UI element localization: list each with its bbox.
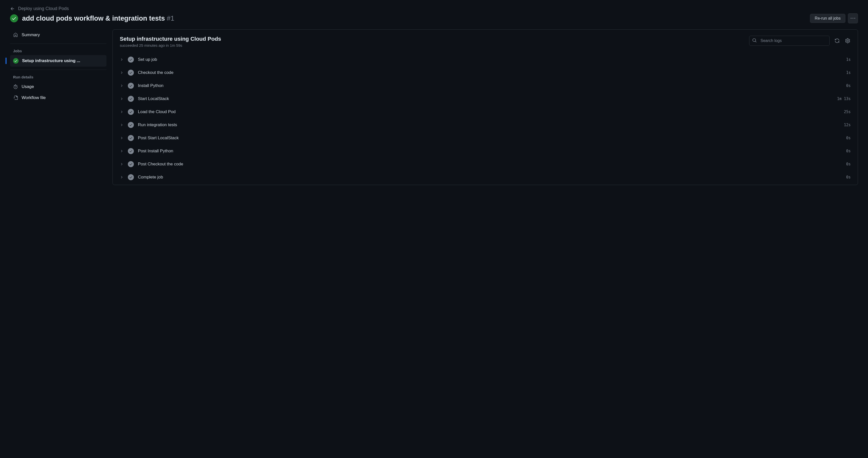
search-icon [752,38,757,44]
job-title: Setup infrastructure using Cloud Pods [120,36,744,42]
more-actions-button[interactable] [848,13,858,23]
step-row[interactable]: Post Start LocalStack 0s [113,132,858,145]
chevron-right-icon [120,175,124,179]
sidebar: Summary Jobs Setup infrastructure using … [10,29,106,185]
step-status-success-icon [128,161,134,167]
chevron-right-icon [120,97,124,101]
sidebar-usage[interactable]: Usage [10,81,106,92]
step-row[interactable]: Load the Cloud Pod 25s [113,105,858,118]
page-title: add cloud pods workflow & integration te… [22,15,174,22]
step-name: Install Python [138,83,842,88]
step-name: Checkout the code [138,70,842,75]
step-duration: 1s [846,57,851,62]
steps-list: Set up job 1s Checkout the code 1s Insta… [113,52,858,185]
step-duration: 1s [846,70,851,75]
sidebar-workflow-file-label: Workflow file [22,95,46,100]
sidebar-summary-label: Summary [22,32,40,37]
step-status-success-icon [128,109,134,115]
refresh-button[interactable] [834,38,840,44]
home-icon [13,32,18,37]
step-name: Post Install Python [138,148,842,153]
step-row[interactable]: Post Checkout the code 0s [113,158,858,171]
step-status-success-icon [128,96,134,102]
step-duration: 12s [844,123,851,127]
step-name: Set up job [138,57,842,62]
breadcrumb[interactable]: Deploy using Cloud Pods [18,6,69,11]
step-name: Load the Cloud Pod [138,109,840,114]
sidebar-run-details-label: Run details [10,73,106,81]
step-duration: 0s [846,136,851,140]
run-title: add cloud pods workflow & integration te… [22,15,165,22]
chevron-right-icon [120,110,124,114]
job-status-success-icon [13,58,19,64]
step-row[interactable]: Complete job 0s [113,171,858,184]
step-name: Run integration tests [138,122,840,127]
chevron-right-icon [120,58,124,61]
step-row[interactable]: Run integration tests 12s [113,118,858,132]
chevron-right-icon [120,71,124,75]
step-status-success-icon [128,57,134,63]
search-logs-input[interactable] [749,36,830,46]
settings-button[interactable] [845,38,851,44]
step-row[interactable]: Start LocalStack 1m 13s [113,92,858,105]
step-status-success-icon [128,135,134,141]
step-duration: 0s [846,162,851,166]
step-name: Start LocalStack [138,96,833,101]
run-number: #1 [167,15,174,22]
chevron-right-icon [120,136,124,140]
chevron-right-icon [120,162,124,166]
sidebar-summary[interactable]: Summary [10,29,106,40]
chevron-right-icon [120,149,124,153]
sidebar-jobs-label: Jobs [10,47,106,55]
step-row[interactable]: Install Python 0s [113,79,858,92]
step-duration: 0s [846,175,851,179]
step-row[interactable]: Checkout the code 1s [113,66,858,79]
chevron-right-icon [120,123,124,127]
step-row[interactable]: Post Install Python 0s [113,145,858,158]
step-status-success-icon [128,69,134,76]
step-name: Complete job [138,175,842,180]
workflow-file-icon [13,95,18,100]
step-status-success-icon [128,148,134,154]
back-arrow-icon[interactable] [10,6,15,11]
job-subtitle: succeeded 25 minutes ago in 1m 59s [120,43,744,48]
rerun-all-jobs-button[interactable]: Re-run all jobs [810,14,845,23]
step-status-success-icon [128,83,134,89]
step-duration: 25s [844,110,851,114]
step-duration: 0s [846,83,851,88]
log-panel: Setup infrastructure using Cloud Pods su… [113,29,858,185]
stopwatch-icon [13,84,18,89]
sidebar-workflow-file[interactable]: Workflow file [10,92,106,103]
chevron-right-icon [120,84,124,87]
run-status-success-icon [10,14,18,22]
step-status-success-icon [128,174,134,180]
step-duration: 0s [846,149,851,153]
step-name: Post Checkout the code [138,162,842,167]
step-duration: 1m 13s [837,96,851,101]
sidebar-job-item[interactable]: Setup infrastructure using ... [10,55,106,67]
sidebar-job-label: Setup infrastructure using ... [22,58,80,63]
step-row[interactable]: Set up job 1s [113,53,858,66]
step-status-success-icon [128,122,134,128]
sidebar-usage-label: Usage [22,84,34,89]
step-name: Post Start LocalStack [138,136,842,141]
